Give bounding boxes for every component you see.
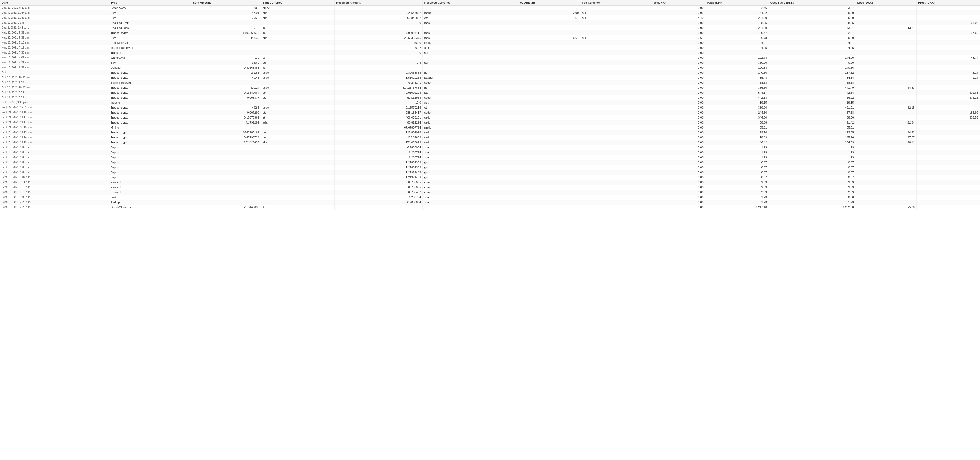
table-cell <box>916 85 980 90</box>
table-cell: Sept. 19, 2021, 6:08 p.m. <box>0 170 109 175</box>
table-cell: 2.99 <box>650 11 705 16</box>
table-cell: 48.03368679 <box>191 30 261 35</box>
table-cell: Realized Loss <box>109 26 191 30</box>
table-cell: 42.54 <box>768 90 856 95</box>
table-cell: -27.07 <box>856 135 916 140</box>
table-cell <box>581 130 650 135</box>
table-cell: lrc <box>261 30 335 35</box>
table-cell: Deposit <box>109 170 191 175</box>
table-cell: Dec. 4, 2021, 11:53 a.m. <box>0 16 109 21</box>
table-cell: Nov. 27, 2021, 5:36 p.m. <box>0 30 109 35</box>
table-cell: 118.89 <box>705 135 768 140</box>
table-cell: Sept. 21, 2021, 11:17 p.m. <box>0 115 109 120</box>
table-cell <box>916 205 980 210</box>
table-cell: Traded crypto <box>109 130 191 135</box>
table-cell: 360.0 <box>191 60 261 65</box>
table-cell: Nov. 26, 2021, 5:10 a.m. <box>0 40 109 45</box>
table-cell <box>916 100 980 105</box>
table-cell: 360.00 <box>705 60 768 65</box>
table-cell: usdc <box>261 105 335 110</box>
table-cell <box>916 26 980 30</box>
col-fee-amount: Fee Amount <box>517 0 581 5</box>
table-cell: 4.0743985169 <box>191 130 261 135</box>
table-cell: 80.812224 <box>335 120 423 125</box>
table-cell <box>916 35 980 40</box>
table-cell: 2.59 <box>768 180 856 185</box>
table-cell: usdc <box>423 110 517 115</box>
table-cell: comp <box>423 190 517 195</box>
table-cell: 19.15 <box>705 100 768 105</box>
table-cell <box>916 45 980 50</box>
table-cell: Deposit <box>109 150 191 155</box>
table-cell: Traded crypto <box>109 70 191 75</box>
table-cell: 22.81 <box>768 30 856 35</box>
table-cell <box>517 165 581 170</box>
table-cell: Dec. 1, 2021, 1:43 p.m. <box>0 26 109 30</box>
table-cell: 2.5 <box>335 60 423 65</box>
table-cell: 221.99 <box>705 26 768 30</box>
table-cell <box>581 50 650 55</box>
table-cell: 1.21832359 <box>335 160 423 165</box>
table-cell <box>856 165 916 170</box>
table-cell: 0.00 <box>650 180 705 185</box>
table-row: Dec. 11, 2021, 5:11 a.m.Gifted Away80.0e… <box>0 5 980 11</box>
table-cell: xlm <box>423 145 517 150</box>
table-cell: -32.15 <box>856 105 916 110</box>
table-cell: 1.73 <box>768 200 856 205</box>
table-cell <box>581 185 650 190</box>
table-row: Oct. 30, 2021, 9:30 p.m.Staking Reward79… <box>0 80 980 85</box>
table-cell: usdc <box>423 120 517 125</box>
table-cell <box>517 105 581 110</box>
table-cell <box>517 150 581 155</box>
table-row: Nov. 18, 2021, 4:09 a.m.Withdrawal1.0sol… <box>0 55 980 60</box>
table-cell <box>261 180 335 185</box>
table-cell <box>191 180 261 185</box>
table-cell: 389.06 <box>705 105 768 110</box>
table-cell <box>916 160 980 165</box>
table-cell <box>191 195 261 200</box>
table-cell: 2.46 <box>705 5 768 11</box>
table-cell: 1.73 <box>768 155 856 160</box>
table-cell: lrc <box>261 26 335 30</box>
table-cell: 406.063151 <box>335 115 423 120</box>
table-cell: Buy <box>109 60 191 65</box>
table-cell: 1.14 <box>916 75 980 80</box>
table-cell <box>581 190 650 195</box>
table-cell <box>768 50 856 55</box>
table-cell <box>916 105 980 110</box>
table-row: Dec. 1, 2021, 1:43 p.m.Realized Loss91.0… <box>0 26 980 30</box>
table-cell <box>517 26 581 30</box>
table-cell <box>581 60 650 65</box>
table-cell: 0.00 <box>650 160 705 165</box>
col-sent-amount: Sent Amount <box>191 0 261 5</box>
table-cell <box>581 155 650 160</box>
table-cell: Traded crypto <box>109 75 191 80</box>
table-cell <box>916 60 980 65</box>
table-cell: btc <box>423 90 517 95</box>
table-cell: 91.42 <box>768 120 856 125</box>
table-cell: 1.73 <box>705 195 768 200</box>
table-cell: 0.00 <box>650 40 705 45</box>
table-cell: 0.00755402 <box>335 190 423 195</box>
table-cell <box>335 205 423 210</box>
table-cell <box>581 120 650 125</box>
table-cell <box>517 175 581 180</box>
table-cell: usdc <box>423 140 517 145</box>
table-cell <box>517 145 581 150</box>
table-cell: 0.01002225 <box>335 90 423 95</box>
table-cell <box>191 80 261 85</box>
table-cell <box>581 5 650 11</box>
table-cell <box>856 21 916 26</box>
table-cell <box>916 200 980 205</box>
table-cell: 0.00 <box>650 125 705 130</box>
table-cell: Sept. 22, 2021, 12:02 p.m. <box>0 105 109 110</box>
table-cell: 67.67807794 <box>335 125 423 130</box>
table-cell: 2.59 <box>705 185 768 190</box>
table-cell: 41.792292 <box>191 120 261 125</box>
table-cell <box>581 40 650 45</box>
table-cell: btc <box>261 110 335 115</box>
table-cell <box>581 55 650 60</box>
table-cell: Oct. 30, 2021, 9:30 p.m. <box>0 80 109 85</box>
table-row: Sept. 19, 2021, 6:07 p.m.Deposit1.219214… <box>0 175 980 180</box>
table-cell: 1.21832359 <box>335 165 423 170</box>
